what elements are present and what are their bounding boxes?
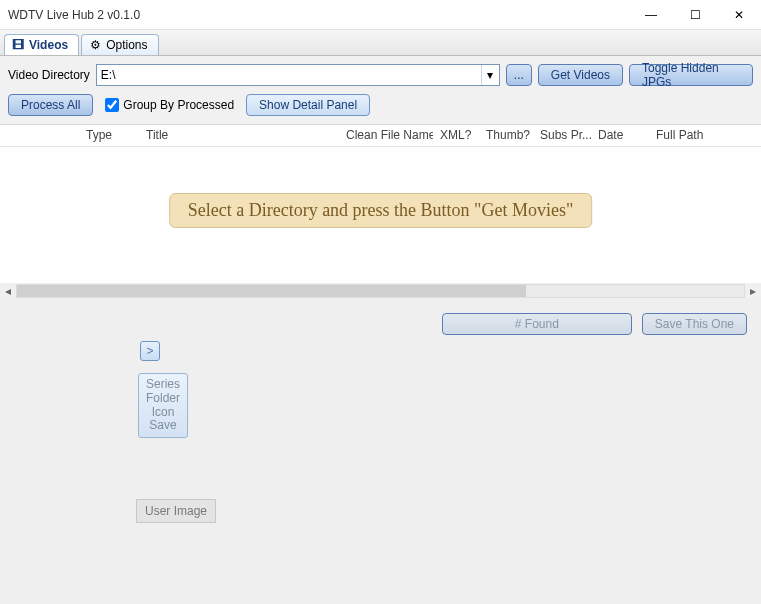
- film-icon: 🎞: [11, 38, 25, 52]
- grid-col-type[interactable]: Type: [80, 125, 140, 146]
- tab-options[interactable]: ⚙ Options: [81, 34, 158, 55]
- grid-col-title[interactable]: Title: [140, 125, 340, 146]
- maximize-button[interactable]: ☐: [673, 0, 717, 30]
- scroll-thumb[interactable]: [17, 285, 526, 297]
- titlebar: WDTV Live Hub 2 v0.1.0 — ☐ ✕: [0, 0, 761, 30]
- close-button[interactable]: ✕: [717, 0, 761, 30]
- save-this-one-button[interactable]: Save This One: [642, 313, 747, 335]
- tabbar: 🎞 Videos ⚙ Options: [0, 30, 761, 56]
- group-by-processed-input[interactable]: [105, 98, 119, 112]
- detail-panel: # Found Save This One > Series Folder Ic…: [0, 299, 761, 604]
- scroll-right-button[interactable]: ▸: [745, 283, 761, 299]
- series-folder-icon-save-button[interactable]: Series Folder Icon Save: [138, 373, 188, 438]
- minimize-button[interactable]: —: [629, 0, 673, 30]
- video-directory-label: Video Directory: [8, 68, 90, 82]
- grid-col-xml[interactable]: XML?: [434, 125, 480, 146]
- window-title: WDTV Live Hub 2 v0.1.0: [8, 8, 629, 22]
- grid-col-path[interactable]: Full Path: [650, 125, 750, 146]
- grid-col-clean[interactable]: Clean File Name: [340, 125, 434, 146]
- chevron-left-icon: ◂: [5, 284, 11, 298]
- toggle-hidden-jpgs-button[interactable]: Toggle Hidden JPGs: [629, 64, 753, 86]
- get-videos-button[interactable]: Get Videos: [538, 64, 623, 86]
- grid-col-thumb[interactable]: Thumb?: [480, 125, 534, 146]
- nav-right-button[interactable]: >: [140, 341, 160, 361]
- tab-videos-label: Videos: [29, 38, 68, 52]
- chevron-right-icon: ▸: [750, 284, 756, 298]
- minimize-icon: —: [645, 8, 657, 22]
- grid-placeholder: Select a Directory and press the Button …: [169, 193, 593, 228]
- scroll-left-button[interactable]: ◂: [0, 283, 16, 299]
- video-grid: Type Title Clean File Name XML? Thumb? S…: [0, 125, 761, 283]
- show-detail-panel-button[interactable]: Show Detail Panel: [246, 94, 370, 116]
- tab-videos[interactable]: 🎞 Videos: [4, 34, 79, 55]
- directory-row: Video Directory ▾ ... Get Videos Toggle …: [0, 56, 761, 90]
- group-by-processed-checkbox[interactable]: Group By Processed: [105, 98, 234, 112]
- group-by-processed-label: Group By Processed: [123, 98, 234, 112]
- chevron-down-icon: ▾: [487, 68, 493, 82]
- maximize-icon: ☐: [690, 8, 701, 22]
- browse-button[interactable]: ...: [506, 64, 532, 86]
- tab-options-label: Options: [106, 38, 147, 52]
- process-all-button[interactable]: Process All: [8, 94, 93, 116]
- video-directory-dropdown[interactable]: ▾: [481, 65, 499, 85]
- video-directory-input[interactable]: [97, 65, 481, 85]
- video-directory-combo[interactable]: ▾: [96, 64, 500, 86]
- chevron-right-icon: >: [146, 344, 153, 358]
- grid-col-subs[interactable]: Subs Pr...: [534, 125, 592, 146]
- action-row: Process All Group By Processed Show Deta…: [0, 90, 761, 125]
- grid-col-blank[interactable]: [0, 125, 80, 146]
- found-count-button[interactable]: # Found: [442, 313, 632, 335]
- grid-horizontal-scrollbar[interactable]: ◂ ▸: [0, 283, 761, 299]
- grid-col-date[interactable]: Date: [592, 125, 650, 146]
- gear-icon: ⚙: [88, 38, 102, 52]
- user-image-button[interactable]: User Image: [136, 499, 216, 523]
- close-icon: ✕: [734, 8, 744, 22]
- grid-header: Type Title Clean File Name XML? Thumb? S…: [0, 125, 761, 147]
- scroll-track[interactable]: [16, 284, 745, 298]
